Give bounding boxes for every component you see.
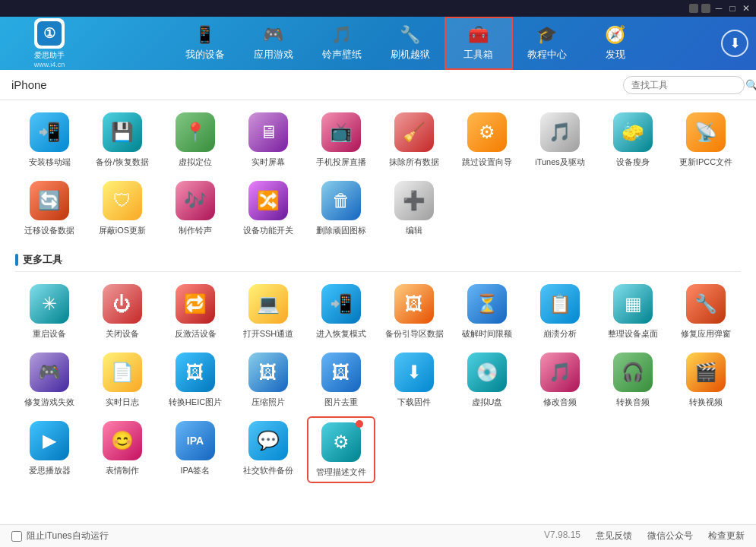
update-link[interactable]: 检查更新 <box>708 530 745 542</box>
tool-item[interactable]: 📋崩溃分析 <box>526 280 594 343</box>
nav-item-工具箱[interactable]: 🧰工具箱 <box>444 17 513 70</box>
tool-item[interactable]: 🛡屏蔽iOS更新 <box>88 176 157 240</box>
tool-emoji: ▦ <box>625 293 642 315</box>
tool-item[interactable]: 💬社交软件备份 <box>234 416 302 483</box>
search-icon[interactable]: 🔍 <box>745 79 756 91</box>
tool-item[interactable]: 🎵iTunes及驱动 <box>526 108 594 172</box>
tool-emoji: 🔁 <box>184 293 207 315</box>
tool-label: 转换HEIC图片 <box>169 397 222 407</box>
tool-item[interactable]: 🗑删除顽固图标 <box>307 176 375 240</box>
footer: 阻止iTunes自动运行 V7.98.15 意见反馈 微信公众号 检查更新 <box>0 524 756 547</box>
tool-icon: 📄 <box>103 353 142 392</box>
tool-label: 跳过设置向导 <box>462 157 512 167</box>
download-button[interactable]: ⬇ <box>721 30 748 57</box>
tool-emoji: 🖼 <box>259 362 277 383</box>
tool-emoji: 🖼 <box>186 362 204 383</box>
tool-icon: 🔧 <box>686 284 726 324</box>
tool-label: 图片去重 <box>324 397 358 407</box>
tool-emoji: 📋 <box>549 293 571 315</box>
wifi-icon <box>689 4 698 13</box>
tool-item[interactable]: 📄实时日志 <box>88 348 157 412</box>
feedback-link[interactable]: 意见反馈 <box>596 530 632 542</box>
itunes-checkbox[interactable] <box>11 531 22 542</box>
search-input[interactable] <box>631 80 745 90</box>
main-content: 📲安装移动端💾备份/恢复数据📍虚拟定位🖥实时屏幕📺手机投屏直播🧹抹除所有数据⚙跳… <box>0 100 756 524</box>
tool-item[interactable]: ⏳破解时间限额 <box>453 280 521 343</box>
tool-item[interactable]: 📡更新IPCC文件 <box>672 108 740 172</box>
tool-icon: 🔄 <box>30 181 69 220</box>
devicebar: iPhone 🔍 <box>0 70 756 100</box>
close-button[interactable]: ✕ <box>740 2 752 14</box>
tool-item[interactable]: 🖥实时屏幕 <box>234 108 302 172</box>
tool-label: 社交软件备份 <box>243 465 293 476</box>
tool-label: 迁移设备数据 <box>24 225 74 236</box>
tool-item[interactable]: 🎧转换音频 <box>599 348 667 412</box>
tool-icon: ▶ <box>30 421 69 460</box>
tool-item[interactable]: 💾备份/恢复数据 <box>88 108 157 172</box>
tool-item[interactable]: 📍虚拟定位 <box>161 108 229 172</box>
tool-icon: 🎶 <box>176 181 215 220</box>
tool-item[interactable]: ▶爱思播放器 <box>15 416 84 483</box>
tool-item[interactable]: 📺手机投屏直播 <box>307 108 375 172</box>
tool-item[interactable]: IPAIPA签名 <box>161 416 229 483</box>
tool-item[interactable]: ▦整理设备桌面 <box>599 280 667 343</box>
tool-emoji: 🖥 <box>259 122 277 143</box>
tool-item[interactable]: 🔀设备功能开关 <box>234 176 302 240</box>
tool-item[interactable]: ⚙管理描述文件 <box>307 416 375 483</box>
tool-label: 修复应用弹窗 <box>681 328 731 339</box>
tool-item[interactable]: 📲安装移动端 <box>15 108 84 172</box>
tool-icon: 🧹 <box>394 112 434 152</box>
tool-item[interactable]: 💿虚拟U盘 <box>453 348 521 412</box>
tool-item[interactable]: 😊表情制作 <box>88 416 157 483</box>
tool-item[interactable]: 🔁反激活设备 <box>161 280 229 343</box>
tool-icon: 💿 <box>467 353 507 392</box>
nav-item-应用游戏[interactable]: 🎮应用游戏 <box>239 17 308 70</box>
tool-item[interactable]: 📲进入恢复模式 <box>307 280 375 343</box>
tool-item[interactable]: 🎶制作铃声 <box>161 176 229 240</box>
tool-item[interactable]: ➕编辑 <box>380 176 448 240</box>
nav-item-铃声壁纸[interactable]: 🎵铃声壁纸 <box>308 17 376 70</box>
tool-icon: 💻 <box>248 284 288 324</box>
nav-icon: 🔧 <box>400 25 420 45</box>
tool-item[interactable]: 🧹抹除所有数据 <box>380 108 448 172</box>
nav-icon: 🎓 <box>536 25 557 45</box>
tool-emoji: ➕ <box>403 190 425 211</box>
tool-label: 设备功能开关 <box>243 225 293 236</box>
nav-label: 应用游戏 <box>254 48 293 62</box>
tool-icon: 🖥 <box>248 112 288 152</box>
tool-item[interactable]: 🖼图片去重 <box>307 348 375 412</box>
tool-item[interactable]: ⏻关闭设备 <box>88 280 157 343</box>
tool-item[interactable]: 🎵修改音频 <box>526 348 594 412</box>
minimize-button[interactable]: ─ <box>713 2 725 14</box>
tool-icon: 🎧 <box>613 353 653 392</box>
nav-item-教程中心[interactable]: 🎓教程中心 <box>513 17 581 70</box>
tool-item[interactable]: ✳重启设备 <box>15 280 84 343</box>
nav-item-我的设备[interactable]: 📱我的设备 <box>171 17 239 70</box>
tool-label: 更新IPCC文件 <box>679 157 732 167</box>
tool-item[interactable]: 🧽设备瘦身 <box>599 108 667 172</box>
tool-emoji: 🧽 <box>622 122 644 143</box>
tool-item[interactable]: 🔧修复应用弹窗 <box>672 280 740 343</box>
maximize-button[interactable]: □ <box>726 2 739 14</box>
tool-icon: 🖼 <box>321 353 361 392</box>
wechat-link[interactable]: 微信公众号 <box>647 530 693 542</box>
tool-item[interactable]: ⬇下载固件 <box>380 348 448 412</box>
tool-emoji: 🔧 <box>694 293 717 315</box>
nav-item-刷机越狱[interactable]: 🔧刷机越狱 <box>376 17 444 70</box>
tool-item[interactable]: 🎬转换视频 <box>672 348 740 412</box>
tool-emoji: 🎵 <box>549 362 571 383</box>
titlebar: ─ □ ✕ <box>0 0 756 17</box>
tool-emoji: 🎶 <box>184 190 207 211</box>
tool-label: 重启设备 <box>33 328 66 339</box>
tool-item[interactable]: 🎮修复游戏失效 <box>15 348 84 412</box>
tool-emoji: ▶ <box>43 430 56 451</box>
tool-item[interactable]: ⚙跳过设置向导 <box>453 108 521 172</box>
tool-item[interactable]: 🔄迁移设备数据 <box>15 176 84 240</box>
tool-icon: 📲 <box>321 284 361 324</box>
tool-item[interactable]: 💻打开SSH通道 <box>234 280 302 343</box>
tool-item[interactable]: 🖼转换HEIC图片 <box>161 348 229 412</box>
nav-item-发现[interactable]: 🧭发现 <box>581 17 650 70</box>
logo[interactable]: ① 爱思助手 www.i4.cn <box>8 18 91 68</box>
tool-item[interactable]: 🖼压缩照片 <box>234 348 302 412</box>
tool-item[interactable]: 🖼备份引导区数据 <box>380 280 448 343</box>
